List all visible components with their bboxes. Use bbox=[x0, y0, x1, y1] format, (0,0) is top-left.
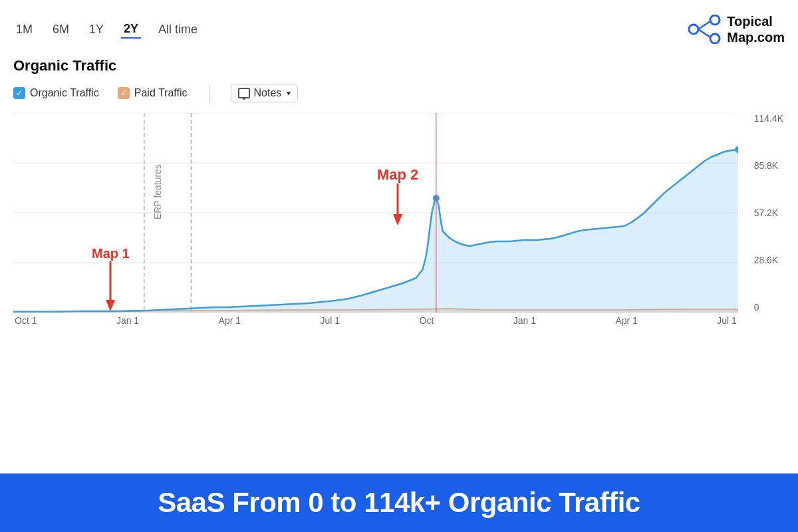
x-label-oct: Oct bbox=[420, 315, 434, 326]
svg-line-4 bbox=[698, 29, 710, 37]
svg-line-3 bbox=[698, 21, 710, 29]
legend-paid-label: Paid Traffic bbox=[134, 87, 188, 99]
x-label-apr1b: Apr 1 bbox=[615, 315, 637, 326]
y-label-1: 0 bbox=[754, 302, 783, 313]
logo-text: Topical Map.com bbox=[727, 13, 785, 45]
filter-alltime[interactable]: All time bbox=[156, 21, 200, 38]
y-label-2: 28.6K bbox=[754, 255, 783, 265]
legend-organic: ✓ Organic Traffic bbox=[13, 87, 99, 99]
y-label-3: 57.2K bbox=[754, 207, 783, 218]
y-label-4: 85.8K bbox=[754, 160, 783, 171]
chart-area: 1M 6M 1Y 2Y All time Topical Map.com bbox=[0, 0, 798, 473]
time-filters: 1M 6M 1Y 2Y All time bbox=[13, 21, 200, 39]
svg-point-0 bbox=[689, 25, 698, 34]
chevron-down-icon: ▾ bbox=[287, 88, 291, 98]
svg-text:ERP features: ERP features bbox=[152, 164, 163, 219]
notes-icon bbox=[238, 88, 250, 98]
bottom-banner: SaaS From 0 to 114k+ Organic Traffic bbox=[0, 473, 798, 532]
filter-1y[interactable]: 1Y bbox=[86, 21, 106, 38]
legend-paid: ✓ Paid Traffic bbox=[118, 87, 188, 99]
filter-1m[interactable]: 1M bbox=[13, 21, 35, 38]
traffic-chart: ERP features bbox=[13, 113, 738, 313]
svg-point-2 bbox=[710, 34, 720, 43]
notes-button[interactable]: Notes ▾ bbox=[231, 84, 299, 102]
filter-6m[interactable]: 6M bbox=[50, 21, 72, 38]
x-label-oct1: Oct 1 bbox=[15, 315, 37, 326]
legend-row: ✓ Organic Traffic ✓ Paid Traffic Notes ▾ bbox=[13, 84, 785, 102]
banner-text: SaaS From 0 to 114k+ Organic Traffic bbox=[158, 487, 640, 519]
chart-title: Organic Traffic bbox=[13, 57, 785, 74]
chart-wrapper: ERP features 114.4K 85.8K bbox=[13, 113, 785, 339]
notes-label: Notes bbox=[254, 87, 282, 99]
logo: Topical Map.com bbox=[687, 13, 785, 45]
x-axis: Oct 1 Jan 1 Apr 1 Jul 1 Oct Jan 1 Apr 1 … bbox=[13, 315, 738, 326]
x-label-jul1b: Jul 1 bbox=[717, 315, 737, 326]
organic-check: ✓ bbox=[13, 87, 25, 99]
x-label-apr1a: Apr 1 bbox=[219, 315, 241, 326]
header-row: 1M 6M 1Y 2Y All time Topical Map.com bbox=[13, 13, 785, 45]
legend-separator bbox=[209, 84, 209, 102]
x-label-jan1b: Jan 1 bbox=[513, 315, 536, 326]
logo-icon bbox=[687, 15, 722, 44]
x-label-jul1a: Jul 1 bbox=[321, 315, 340, 326]
x-label-jan1a: Jan 1 bbox=[116, 315, 139, 326]
y-axis: 114.4K 85.8K 57.2K 28.6K 0 bbox=[754, 113, 783, 313]
legend-organic-label: Organic Traffic bbox=[30, 87, 99, 99]
paid-check: ✓ bbox=[118, 87, 130, 99]
svg-point-1 bbox=[710, 15, 720, 25]
main-container: 1M 6M 1Y 2Y All time Topical Map.com bbox=[0, 0, 798, 532]
filter-2y[interactable]: 2Y bbox=[121, 21, 141, 39]
y-label-5: 114.4K bbox=[754, 113, 783, 124]
